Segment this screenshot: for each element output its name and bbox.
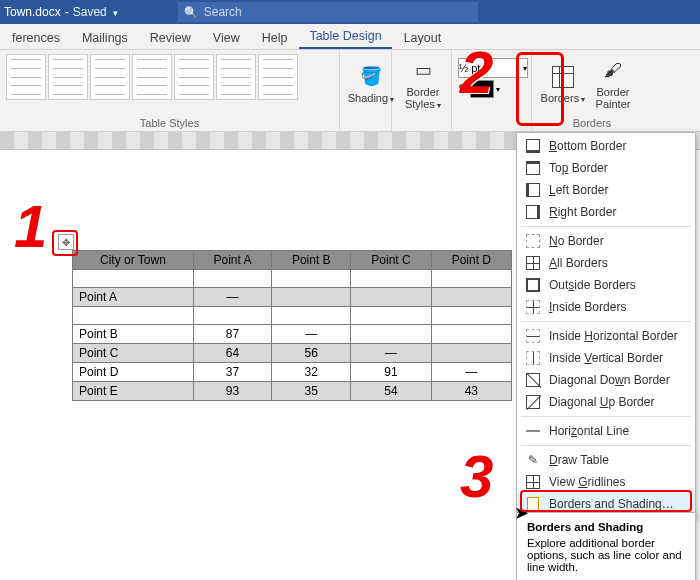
tab-table-design[interactable]: Table Design bbox=[299, 25, 391, 49]
table-row[interactable]: Point B87— bbox=[73, 325, 512, 344]
tab-references[interactable]: ferences bbox=[2, 27, 70, 49]
group-border-styles: ▭ Border Styles bbox=[392, 50, 452, 131]
menu-all-borders[interactable]: All Borders bbox=[517, 252, 695, 274]
menu-inside-horizontal-border[interactable]: Inside Horizontal Border bbox=[517, 325, 695, 347]
group-shading: 🪣 Shading bbox=[340, 50, 392, 131]
table-row[interactable]: Point C6456— bbox=[73, 344, 512, 363]
table-style-thumb[interactable] bbox=[48, 54, 88, 100]
table-cell[interactable] bbox=[351, 307, 431, 325]
table-cell[interactable]: — bbox=[193, 288, 271, 307]
table-cell[interactable]: Point B bbox=[73, 325, 194, 344]
table-style-thumb[interactable] bbox=[174, 54, 214, 100]
menu-bottom-border[interactable]: BBottom Borderottom Border bbox=[517, 135, 695, 157]
ribbon-tabs: ferences Mailings Review View Help Table… bbox=[0, 24, 700, 50]
table-cell[interactable] bbox=[431, 307, 511, 325]
table-header-row[interactable]: City or Town Point A Point B Point C Poi… bbox=[73, 251, 512, 270]
title-bar: Town.docx - Saved Search bbox=[0, 0, 700, 24]
menu-separator bbox=[521, 226, 691, 227]
callout-1-outline bbox=[52, 230, 78, 256]
table-cell[interactable]: — bbox=[351, 344, 431, 363]
table-header[interactable]: Point C bbox=[351, 251, 431, 270]
table-row[interactable]: Point A— bbox=[73, 288, 512, 307]
table-cell[interactable] bbox=[351, 325, 431, 344]
table-cell[interactable]: Point C bbox=[73, 344, 194, 363]
table-cell[interactable]: Point E bbox=[73, 382, 194, 401]
search-placeholder: Search bbox=[204, 5, 242, 19]
table-style-thumb[interactable] bbox=[6, 54, 46, 100]
table-cell[interactable] bbox=[272, 270, 351, 288]
table-cell[interactable]: — bbox=[272, 325, 351, 344]
callout-1: 1 bbox=[14, 192, 47, 261]
table-cell[interactable]: — bbox=[431, 363, 511, 382]
menu-diagonal-down-border[interactable]: Diagonal Down Border bbox=[517, 369, 695, 391]
title-dropdown-icon[interactable] bbox=[111, 5, 118, 19]
table-cell[interactable]: 91 bbox=[351, 363, 431, 382]
table-cell[interactable]: 56 bbox=[272, 344, 351, 363]
table-cell[interactable]: 43 bbox=[431, 382, 511, 401]
table-header[interactable]: City or Town bbox=[73, 251, 194, 270]
table-style-thumb[interactable] bbox=[258, 54, 298, 100]
tooltip-borders-and-shading: Borders and Shading Explore additional b… bbox=[516, 512, 696, 580]
table-cell[interactable] bbox=[351, 288, 431, 307]
table-cell[interactable] bbox=[73, 307, 194, 325]
table-style-thumb[interactable] bbox=[132, 54, 172, 100]
table-style-gallery[interactable] bbox=[6, 54, 333, 100]
table-cell[interactable]: 93 bbox=[193, 382, 271, 401]
table-cell[interactable] bbox=[73, 270, 194, 288]
tab-review[interactable]: Review bbox=[140, 27, 201, 49]
table-cell[interactable]: 87 bbox=[193, 325, 271, 344]
tab-view[interactable]: View bbox=[203, 27, 250, 49]
table-cell[interactable] bbox=[272, 288, 351, 307]
table-cell[interactable]: Point A bbox=[73, 288, 194, 307]
menu-inside-vertical-border[interactable]: Inside Vertical Border bbox=[517, 347, 695, 369]
table-header[interactable]: Point A bbox=[193, 251, 271, 270]
table-cell[interactable]: 32 bbox=[272, 363, 351, 382]
menu-top-border[interactable]: Top Border bbox=[517, 157, 695, 179]
table-cell[interactable] bbox=[272, 307, 351, 325]
menu-outside-borders[interactable]: Outside Borders bbox=[517, 274, 695, 296]
table-row[interactable]: Point E93355443 bbox=[73, 382, 512, 401]
border-painter-icon: 🖌 bbox=[600, 58, 626, 84]
table-cell[interactable] bbox=[431, 270, 511, 288]
menu-right-border[interactable]: Right Border bbox=[517, 201, 695, 223]
callout-3: 3 bbox=[460, 442, 493, 511]
table-cell[interactable]: Point D bbox=[73, 363, 194, 382]
menu-horizontal-line[interactable]: Horizontal Line bbox=[517, 420, 695, 442]
table-cell[interactable]: 54 bbox=[351, 382, 431, 401]
table-cell[interactable]: 37 bbox=[193, 363, 271, 382]
data-table[interactable]: City or Town Point A Point B Point C Poi… bbox=[72, 250, 512, 401]
table-cell[interactable] bbox=[351, 270, 431, 288]
save-status: Saved bbox=[73, 5, 107, 19]
table-row[interactable]: Point D373291— bbox=[73, 363, 512, 382]
tab-mailings[interactable]: Mailings bbox=[72, 27, 138, 49]
table-style-thumb[interactable] bbox=[90, 54, 130, 100]
menu-separator bbox=[521, 321, 691, 322]
border-styles-button[interactable]: ▭ Border Styles bbox=[398, 54, 448, 114]
table-header[interactable]: Point B bbox=[272, 251, 351, 270]
table-row[interactable] bbox=[73, 307, 512, 325]
shading-button[interactable]: 🪣 Shading bbox=[346, 54, 396, 114]
table-cell[interactable]: 35 bbox=[272, 382, 351, 401]
callout-3-outline bbox=[520, 490, 692, 512]
table-cell[interactable]: 64 bbox=[193, 344, 271, 363]
tab-help[interactable]: Help bbox=[252, 27, 298, 49]
table-style-thumb[interactable] bbox=[216, 54, 256, 100]
menu-left-border[interactable]: Left Border bbox=[517, 179, 695, 201]
table-cell[interactable] bbox=[431, 288, 511, 307]
menu-inside-borders[interactable]: Inside Borders bbox=[517, 296, 695, 318]
group-label-table-styles: Table Styles bbox=[6, 117, 333, 129]
table-cell[interactable] bbox=[431, 325, 511, 344]
menu-no-border[interactable]: No Border bbox=[517, 230, 695, 252]
ribbon: Table Styles 🪣 Shading ▭ Border Styles ½… bbox=[0, 50, 700, 132]
border-painter-button[interactable]: 🖌 BorderPainter bbox=[588, 54, 638, 114]
menu-diagonal-up-border[interactable]: Diagonal Up Border bbox=[517, 391, 695, 413]
menu-draw-table[interactable]: ✎Draw Table bbox=[517, 449, 695, 471]
table-row[interactable] bbox=[73, 270, 512, 288]
search-input[interactable]: Search bbox=[178, 2, 478, 22]
table-cell[interactable] bbox=[193, 307, 271, 325]
menu-separator bbox=[521, 445, 691, 446]
tab-layout[interactable]: Layout bbox=[394, 27, 452, 49]
table-cell[interactable] bbox=[431, 344, 511, 363]
table-cell[interactable] bbox=[193, 270, 271, 288]
table-header[interactable]: Point D bbox=[431, 251, 511, 270]
